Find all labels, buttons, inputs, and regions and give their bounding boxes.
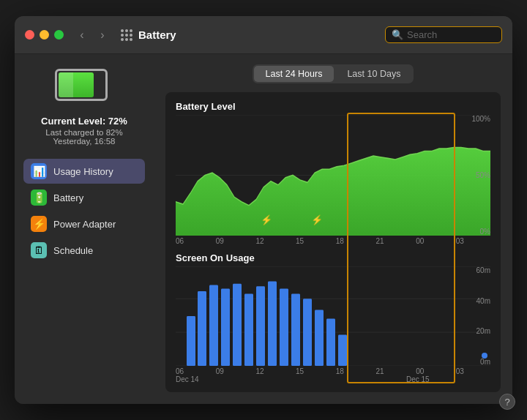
svg-marker-3 (176, 148, 490, 236)
battery-info: Current Level: 72% Last charged to 82% Y… (41, 116, 127, 146)
main-content: Last 24 Hours Last 10 Days Battery Level (154, 54, 512, 404)
current-level: Current Level: 72% (41, 116, 127, 127)
sidebar-icon-power-adapter: ⚡ (31, 216, 47, 232)
back-button[interactable]: ‹ (74, 27, 90, 43)
svg-rect-18 (303, 299, 312, 366)
svg-rect-8 (187, 316, 195, 366)
tab-last-24h[interactable]: Last 24 Hours (254, 66, 334, 82)
svg-rect-17 (291, 293, 300, 366)
battery-icon-wrap (55, 69, 113, 105)
traffic-lights (25, 30, 64, 40)
charge-icon-1: ⚡ (261, 214, 272, 225)
battery-chart-svg (176, 115, 490, 236)
last-charged: Last charged to 82% (41, 128, 127, 137)
sidebar-label-power-adapter: Power Adapter (53, 219, 116, 230)
sidebar-icon-schedule: 🗓 (31, 242, 47, 258)
sidebar-label-battery: Battery (53, 192, 83, 203)
screen-usage-chart: Screen On Usage (176, 252, 490, 383)
sidebar-nav: 📊 Usage History 🔋 Battery ⚡ Power Adapte… (23, 159, 145, 263)
svg-rect-10 (209, 285, 218, 366)
help-button[interactable]: ? (499, 394, 512, 404)
app-window: ‹ › Battery 🔍 Cu (15, 16, 512, 404)
svg-rect-20 (326, 318, 335, 366)
close-button[interactable] (25, 30, 34, 40)
sidebar-item-usage-history[interactable]: 📊 Usage History (23, 159, 145, 184)
last-charged-time: Yesterday, 16:58 (41, 137, 127, 146)
content-area: Current Level: 72% Last charged to 82% Y… (15, 54, 512, 404)
y-label-0: 0% (480, 228, 490, 236)
minimize-button[interactable] (40, 30, 49, 40)
screen-y-labels: 60m 40m 20m 0m (466, 266, 490, 366)
sidebar-icon-usage-history: 📊 (31, 163, 47, 179)
svg-rect-21 (338, 334, 347, 366)
svg-rect-11 (221, 289, 230, 366)
usage-dot (482, 353, 487, 359)
nav-buttons: ‹ › (74, 27, 111, 43)
y-label-40m: 40m (476, 297, 490, 305)
y-label-100: 100% (471, 115, 490, 123)
screen-chart-wrapper: 60m 40m 20m 0m (176, 266, 490, 366)
tab-bar: Last 24 Hours Last 10 Days (165, 64, 501, 83)
battery-level-chart: Battery Level (176, 101, 490, 245)
grid-icon[interactable] (121, 29, 132, 41)
sidebar-item-schedule[interactable]: 🗓 Schedule (23, 238, 145, 263)
maximize-button[interactable] (54, 30, 64, 40)
y-label-20m: 20m (476, 327, 490, 335)
svg-rect-12 (233, 284, 242, 366)
svg-rect-19 (315, 310, 324, 366)
charge-icon-2: ⚡ (311, 214, 323, 225)
page-title: Battery (138, 29, 385, 41)
search-input[interactable] (407, 29, 496, 40)
screen-chart-svg (176, 266, 490, 366)
battery-tip (107, 79, 108, 91)
tab-group: Last 24 Hours Last 10 Days (253, 64, 414, 83)
sidebar-label-schedule: Schedule (53, 245, 93, 256)
forward-button[interactable]: › (94, 27, 111, 43)
screen-chart-title: Screen On Usage (176, 252, 490, 263)
screen-x-labels: 06 09 12 15 18 21 00 03 (176, 367, 490, 375)
tab-last-10d[interactable]: Last 10 Days (335, 66, 412, 82)
battery-y-labels: 100% 50% 0% (466, 115, 490, 236)
charts-area: Battery Level (165, 92, 501, 392)
y-label-50: 50% (476, 171, 490, 179)
sidebar-icon-battery: 🔋 (31, 190, 47, 206)
search-box[interactable]: 🔍 (385, 26, 502, 43)
search-icon: 🔍 (392, 29, 403, 40)
sidebar-label-usage-history: Usage History (53, 166, 113, 177)
sidebar-item-power-adapter[interactable]: ⚡ Power Adapter (23, 211, 145, 236)
y-label-0m: 0m (480, 358, 490, 366)
sidebar-item-battery[interactable]: 🔋 Battery (23, 185, 145, 210)
svg-rect-13 (244, 293, 253, 366)
date-labels: Dec 14 Dec 15 (176, 375, 490, 383)
battery-chart-title: Battery Level (176, 101, 490, 112)
titlebar: ‹ › Battery 🔍 (15, 16, 512, 54)
svg-rect-16 (280, 289, 288, 366)
battery-body (55, 69, 108, 101)
battery-x-labels: 06 09 12 15 18 21 00 03 (176, 237, 490, 245)
y-label-60m: 60m (476, 266, 490, 274)
svg-rect-9 (198, 291, 206, 366)
svg-rect-15 (268, 281, 277, 366)
battery-chart-wrapper: 100% 50% 0% ⚡ ⚡ (176, 115, 490, 236)
sidebar: Current Level: 72% Last charged to 82% Y… (15, 54, 154, 404)
svg-rect-14 (256, 286, 265, 366)
battery-shine (59, 72, 73, 97)
